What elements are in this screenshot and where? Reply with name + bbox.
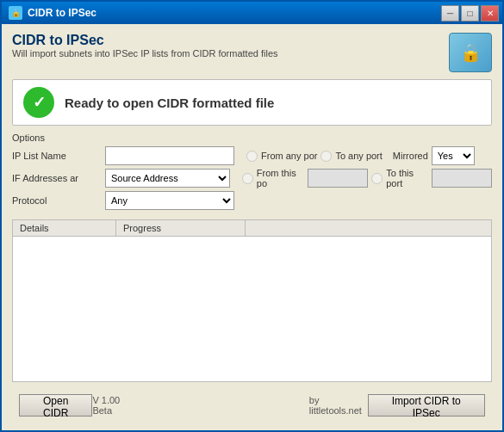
app-logo: 🔒 — [449, 33, 492, 72]
ip-list-name-input[interactable] — [105, 146, 234, 165]
to-any-port-label: To any port — [335, 151, 382, 161]
status-text: Ready to open CIDR formatted file — [65, 96, 274, 110]
from-this-port-label: From this po — [257, 168, 304, 188]
maximize-button[interactable]: □ — [461, 5, 479, 22]
lock-icon: 🔒 — [460, 42, 482, 63]
to-this-port-radio[interactable] — [371, 173, 383, 184]
table-body — [13, 237, 491, 381]
options-label: Options — [12, 133, 492, 143]
window-title: CIDR to IPSec — [28, 7, 96, 19]
app-header: CIDR to IPSec Will import subnets into I… — [12, 33, 492, 72]
open-cidr-button[interactable]: Open CIDR — [19, 394, 92, 417]
details-table: Details Progress — [12, 219, 492, 382]
to-any-port-radio[interactable] — [320, 151, 332, 162]
from-this-port-input[interactable] — [308, 169, 368, 188]
title-bar: 🔒 CIDR to IPSec ─ □ ✕ — [2, 2, 502, 24]
title-bar-text: 🔒 CIDR to IPSec — [9, 6, 96, 20]
from-any-port-radio[interactable] — [246, 151, 258, 162]
details-column-header: Details — [13, 220, 116, 236]
ip-list-content: From any por To any port Mirrored Yes No — [105, 146, 492, 165]
mirrored-select[interactable]: Yes No — [432, 146, 475, 165]
main-content: CIDR to IPSec Will import subnets into I… — [2, 24, 502, 430]
protocol-content: Any TCP UDP ICMP — [105, 191, 492, 210]
app-icon: 🔒 — [9, 6, 22, 20]
close-button[interactable]: ✕ — [481, 5, 499, 22]
progress-column-header: Progress — [116, 220, 246, 236]
credit-text: by littletools.net — [309, 395, 368, 416]
source-address-select[interactable]: Source Address Destination Address — [105, 169, 230, 188]
from-this-port-radio[interactable] — [242, 173, 253, 184]
footer-bar: Open CIDR V 1.00 Beta by littletools.net… — [12, 389, 492, 422]
status-icon: ✓ — [23, 87, 54, 118]
import-cidr-button[interactable]: Import CIDR to IPSec — [368, 394, 485, 417]
if-addresses-content: Source Address Destination Address From … — [105, 168, 492, 188]
from-any-port-label: From any por — [261, 151, 317, 161]
app-subtitle: Will import subnets into IPSec IP lists … — [12, 48, 278, 59]
table-header: Details Progress — [13, 220, 491, 237]
mirrored-label: Mirrored — [393, 151, 428, 161]
ip-list-row: IP List Name From any por To any port Mi… — [12, 146, 492, 165]
version-text: V 1.00 Beta — [92, 395, 136, 416]
options-section: Options IP List Name From any por To any… — [12, 133, 492, 213]
title-controls: ─ □ ✕ — [441, 5, 499, 22]
to-this-port-label: To this port — [386, 168, 428, 188]
status-panel: ✓ Ready to open CIDR formatted file — [12, 79, 492, 126]
protocol-select[interactable]: Any TCP UDP ICMP — [105, 191, 234, 210]
main-window: 🔒 CIDR to IPSec ─ □ ✕ CIDR to IPSec Will… — [0, 0, 504, 432]
app-header-text: CIDR to IPSec Will import subnets into I… — [12, 33, 278, 59]
protocol-row: Protocol Any TCP UDP ICMP — [12, 191, 492, 210]
app-title: CIDR to IPSec — [12, 33, 278, 48]
minimize-button[interactable]: ─ — [441, 5, 459, 22]
protocol-label: Protocol — [12, 195, 98, 206]
if-addresses-row: IF Addresses ar Source Address Destinati… — [12, 168, 492, 188]
to-this-port-input[interactable] — [432, 169, 492, 188]
ip-list-label: IP List Name — [12, 151, 98, 161]
if-addresses-label: IF Addresses ar — [12, 173, 98, 183]
extra-column-header — [246, 220, 491, 236]
